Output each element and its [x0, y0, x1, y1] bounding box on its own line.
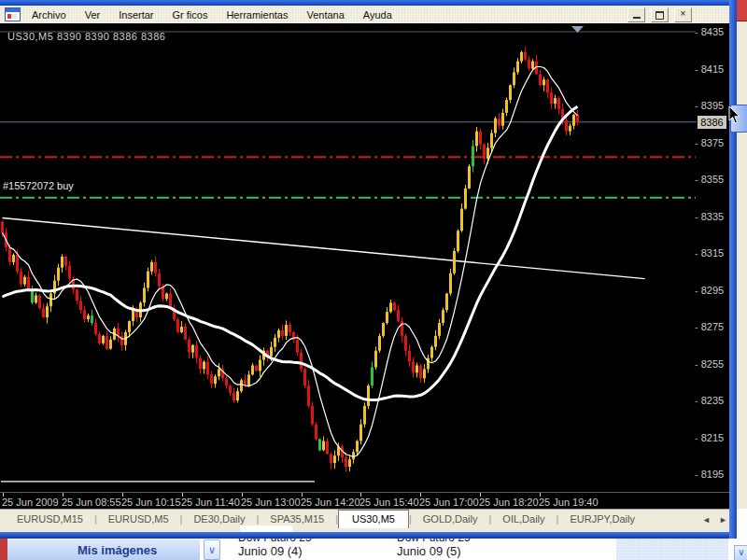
- candle-body: [296, 340, 299, 353]
- folder-label[interactable]: Junio 09 (5): [397, 544, 537, 558]
- restore-button[interactable]: [651, 7, 669, 22]
- price-tick-label: 8395: [701, 100, 724, 111]
- price-tick-label: 8275: [701, 321, 724, 332]
- candle-body: [322, 441, 325, 450]
- candle-body: [371, 367, 374, 385]
- tab-scroll-right-icon[interactable]: ►: [719, 515, 727, 525]
- candle-body: [106, 336, 108, 349]
- background-white-block: [737, 509, 747, 546]
- candle-body: [386, 312, 388, 323]
- pictures-task-panel[interactable]: Mis imágenes: [7, 539, 200, 560]
- order-buy-label: #15572072 buy: [3, 180, 74, 191]
- time-axis[interactable]: 25 Jun 200925 Jun 08:5525 Jun 10:1525 Ju…: [0, 492, 729, 510]
- price-tick-8215: -8215: [695, 432, 729, 443]
- candle-body: [274, 338, 276, 347]
- candle-body: [303, 369, 306, 385]
- candle-body: [445, 293, 448, 310]
- tick-mark: -: [695, 63, 698, 75]
- panel-chevron-icon[interactable]: ∨: [204, 539, 220, 560]
- background-scrollbar-track[interactable]: [737, 0, 747, 560]
- menu-item-ayuda[interactable]: Ayuda: [354, 9, 402, 21]
- menu-item-ver[interactable]: Ver: [76, 9, 110, 21]
- candle-body: [61, 257, 63, 268]
- candle-body: [419, 365, 422, 378]
- tab-us30-m5[interactable]: US30,M5: [338, 510, 409, 528]
- price-tick-label: 8195: [701, 469, 724, 480]
- candle-body: [513, 72, 515, 85]
- candle-body: [457, 231, 459, 251]
- candle-body: [550, 92, 553, 104]
- candle-body: [315, 425, 317, 440]
- tab-eurjpy-daily[interactable]: EURJPY,Daily: [558, 511, 646, 526]
- candle-body: [158, 273, 161, 287]
- candle-body: [557, 98, 560, 109]
- tab-spa35-m15[interactable]: SPA35,M15: [259, 511, 335, 526]
- price-tick-8295: -8295: [695, 285, 729, 296]
- price-tick-8195: -8195: [695, 469, 729, 480]
- candle-body: [147, 272, 149, 288]
- candle-body: [367, 385, 370, 406]
- candle-body: [154, 262, 157, 273]
- time-tick-label: 25 Jun 18:20: [479, 497, 539, 508]
- time-tick-label: 25 Jun 13:00: [241, 497, 301, 508]
- close-button[interactable]: ×: [674, 7, 692, 22]
- candlestick-chart[interactable]: US30,M5 8390 8390 8386 8386 #15572072 bu…: [0, 23, 729, 509]
- candle-body: [509, 85, 512, 100]
- candle-body: [23, 277, 26, 285]
- folder-item[interactable]: Dow Futuro 25Junio 09 (4): [238, 539, 378, 560]
- window-bottom-border: [0, 532, 737, 539]
- tab-scroll-left-icon[interactable]: ◄: [702, 515, 711, 525]
- window-right-border: [729, 0, 737, 539]
- menu-item-gr-ficos[interactable]: Gr ficos: [163, 9, 218, 21]
- candle-body: [359, 425, 362, 441]
- candle-body: [203, 362, 205, 370]
- folder-label[interactable]: Junio 09 (4): [238, 544, 378, 558]
- candle-body: [236, 391, 239, 400]
- candle-body: [300, 353, 303, 370]
- price-tick-label: 8375: [701, 137, 724, 148]
- tab-eurusd-m5[interactable]: EURUSD,M5: [97, 511, 180, 526]
- folder-item[interactable]: Dow Futuro 25Junio 09 (5): [397, 539, 537, 560]
- corner-chevron-icon[interactable]: ∨: [734, 545, 747, 560]
- candle-body: [180, 327, 183, 332]
- candle-body: [505, 100, 508, 113]
- candle-body: [382, 323, 385, 336]
- candle-body: [20, 272, 22, 285]
- chart-plot[interactable]: [0, 23, 729, 509]
- candle-body: [490, 133, 493, 148]
- tab-oil-daily[interactable]: OIL,Daily: [491, 511, 556, 526]
- mouse-cursor: [728, 105, 741, 125]
- clipped-filename: Dow Futuro 25: [397, 539, 537, 543]
- tab-de30-daily[interactable]: DE30,Daily: [182, 511, 256, 526]
- price-tick-label: 8415: [701, 63, 724, 75]
- candle-body: [416, 365, 418, 372]
- tick-mark: -: [695, 469, 698, 480]
- candle-body: [423, 369, 426, 378]
- candle-body: [79, 301, 82, 310]
- menu-item-herramientas[interactable]: Herramientas: [217, 9, 297, 21]
- price-tick-label: 8235: [701, 395, 724, 406]
- minimize-button[interactable]: [627, 7, 645, 22]
- candle-body: [393, 302, 396, 310]
- tab-eurusd-m15[interactable]: EURUSD,M15: [6, 511, 94, 526]
- candle-body: [188, 340, 190, 353]
- candle-body: [378, 336, 381, 351]
- candle-body: [143, 288, 146, 303]
- time-tick-label: 25 Jun 2009: [2, 497, 59, 508]
- price-tick-8315: -8315: [695, 247, 729, 259]
- tab-gold-daily[interactable]: GOLD,Daily: [412, 511, 489, 526]
- time-tick-label: 25 Jun 17:00: [419, 497, 479, 508]
- chart-tabs: EURUSD,M15|EURUSD,M5|DE30,Daily|SPA35,M1…: [6, 510, 646, 527]
- candle-body: [434, 336, 437, 347]
- tick-mark: -: [695, 247, 698, 259]
- menu-item-ventana[interactable]: Ventana: [297, 9, 353, 21]
- price-tick-8355: -8355: [695, 174, 729, 185]
- price-tick-8395: -8395: [695, 100, 729, 111]
- candle-body: [277, 330, 280, 338]
- candle-body: [176, 319, 179, 332]
- candle-body: [531, 62, 534, 69]
- candle-body: [83, 310, 86, 319]
- menu-item-insertar[interactable]: Insertar: [109, 9, 162, 21]
- menu-item-archivo[interactable]: Archivo: [22, 9, 76, 21]
- chart-tab-bar: EURUSD,M15|EURUSD,M5|DE30,Daily|SPA35,M1…: [0, 509, 729, 533]
